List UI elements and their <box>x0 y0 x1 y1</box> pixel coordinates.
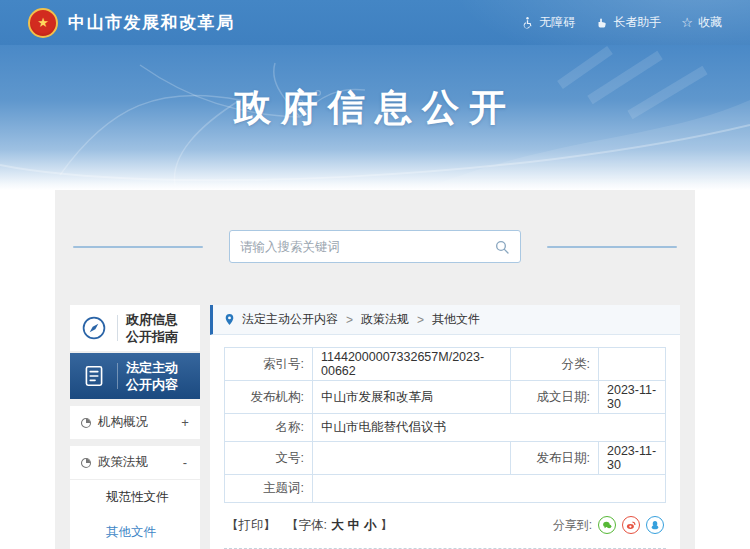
publish-date-label: 发布日期: <box>511 442 599 475</box>
section-bullet-icon <box>80 417 92 429</box>
font-size-small-button[interactable]: 小 <box>364 517 377 534</box>
menu-label: 政策法规 <box>98 454 148 471</box>
accessibility-link[interactable]: 无障碍 <box>521 14 575 31</box>
issuing-agency-value: 中山市发展和改革局 <box>313 381 511 414</box>
sidebar-menu-card: 政策法规 - 规范性文件 其他文件 <box>70 446 200 549</box>
legal-disclosure-label: 法定主动公开内容 <box>126 359 178 393</box>
name-label: 名称: <box>225 414 313 442</box>
index-number-label: 索引号: <box>225 348 313 381</box>
font-size-controls: 【字体: 大 中 小 】 <box>286 517 393 534</box>
table-row: 发布机构: 中山市发展和改革局 成文日期: 2023-11-30 <box>225 381 666 414</box>
divider <box>117 363 118 389</box>
divider <box>117 315 118 341</box>
content-container: 政府信息公开指南 法定主动公开内容 机构概况 + <box>55 190 695 549</box>
search-box <box>229 230 521 263</box>
font-label-close: 】 <box>380 517 393 534</box>
name-value: 中山市电能替代倡议书 <box>313 414 666 442</box>
sidebar-item-policies[interactable]: 政策法规 - <box>70 446 200 480</box>
elder-assistant-icon <box>595 16 608 29</box>
site-header: ★ 中山市发展和改革局 无障碍 长者助手 ☆ 收藏 <box>0 0 750 45</box>
breadcrumb: 法定主动公开内容 > 政策法规 > 其他文件 <box>210 305 680 335</box>
site-title: 中山市发展和改革局 <box>68 11 235 34</box>
breadcrumb-separator: > <box>346 313 353 327</box>
table-row: 文号: 发布日期: 2023-11-30 <box>225 442 666 475</box>
star-icon: ☆ <box>681 16 693 29</box>
document-info-table: 索引号: 11442000007332657M/2023-00662 分类: 发… <box>224 347 666 503</box>
expand-icon[interactable]: + <box>180 415 190 430</box>
breadcrumb-item-legal[interactable]: 法定主动公开内容 <box>242 311 338 328</box>
breadcrumb-separator: > <box>417 313 424 327</box>
sidebar-item-disclosure-guide[interactable]: 政府信息公开指南 <box>70 305 200 351</box>
doc-number-value <box>313 442 511 475</box>
keywords-value <box>313 475 666 503</box>
accessibility-icon <box>521 16 534 29</box>
font-size-large-button[interactable]: 大 <box>331 517 344 534</box>
favorite-label: 收藏 <box>698 14 722 31</box>
breadcrumb-item-policies[interactable]: 政策法规 <box>361 311 409 328</box>
issue-date-label: 成文日期: <box>511 381 599 414</box>
collapse-icon[interactable]: - <box>180 455 190 470</box>
font-label: 【字体: <box>286 517 327 534</box>
sidebar-item-org-overview[interactable]: 机构概况 + <box>70 406 200 439</box>
accessibility-label: 无障碍 <box>539 14 575 31</box>
font-size-medium-button[interactable]: 中 <box>347 517 360 534</box>
weibo-share-icon[interactable] <box>622 516 640 534</box>
elder-assistant-link[interactable]: 长者助手 <box>595 14 661 31</box>
left-divider-line <box>73 246 203 248</box>
document-icon <box>79 363 109 389</box>
right-divider-line <box>547 246 677 248</box>
search-row <box>70 190 680 263</box>
sidebar-item-normative-docs[interactable]: 规范性文件 <box>70 480 200 515</box>
issuing-agency-label: 发布机构: <box>225 381 313 414</box>
article-toolbar: 【打印】 【字体: 大 中 小 】 分享到: <box>226 516 664 534</box>
search-icon <box>494 239 510 255</box>
sidebar-menu-card: 机构概况 + <box>70 406 200 439</box>
search-button[interactable] <box>494 239 510 255</box>
page-title: 政府信息公开 <box>0 83 750 133</box>
menu-label: 机构概况 <box>98 414 148 431</box>
national-emblem-logo: ★ <box>28 8 58 38</box>
sidebar-item-legal-disclosure[interactable]: 法定主动公开内容 <box>70 353 200 399</box>
table-row: 主题词: <box>225 475 666 503</box>
main-area: 政府信息公开指南 法定主动公开内容 机构概况 + <box>70 305 680 549</box>
site-brand[interactable]: ★ 中山市发展和改革局 <box>28 8 235 38</box>
index-number-value: 11442000007332657M/2023-00662 <box>313 348 511 381</box>
keywords-label: 主题词: <box>225 475 313 503</box>
banner: 政府信息公开 <box>0 45 750 190</box>
table-row: 索引号: 11442000007332657M/2023-00662 分类: <box>225 348 666 381</box>
search-input[interactable] <box>240 240 494 254</box>
section-bullet-icon <box>80 457 92 469</box>
share-label: 分享到: <box>553 517 592 534</box>
table-row: 名称: 中山市电能替代倡议书 <box>225 414 666 442</box>
sidebar: 政府信息公开指南 法定主动公开内容 机构概况 + <box>70 305 200 549</box>
favorite-link[interactable]: ☆ 收藏 <box>681 14 722 31</box>
share-controls: 分享到: <box>553 516 664 534</box>
compass-icon <box>79 315 109 341</box>
breadcrumb-item-current: 其他文件 <box>432 311 480 328</box>
print-button[interactable]: 【打印】 <box>226 517 276 534</box>
guide-label: 政府信息公开指南 <box>126 311 178 345</box>
wechat-share-icon[interactable] <box>598 516 616 534</box>
publish-date-value: 2023-11-30 <box>599 442 666 475</box>
issue-date-value: 2023-11-30 <box>599 381 666 414</box>
location-pin-icon <box>223 313 236 326</box>
sidebar-item-other-docs[interactable]: 其他文件 <box>70 515 200 549</box>
category-value <box>599 348 666 381</box>
content-panel: 法定主动公开内容 > 政策法规 > 其他文件 索引号: 114420000073… <box>210 305 680 549</box>
doc-number-label: 文号: <box>225 442 313 475</box>
elder-assistant-label: 长者助手 <box>613 14 661 31</box>
header-utils: 无障碍 长者助手 ☆ 收藏 <box>521 14 722 31</box>
category-label: 分类: <box>511 348 599 381</box>
qq-share-icon[interactable] <box>646 516 664 534</box>
